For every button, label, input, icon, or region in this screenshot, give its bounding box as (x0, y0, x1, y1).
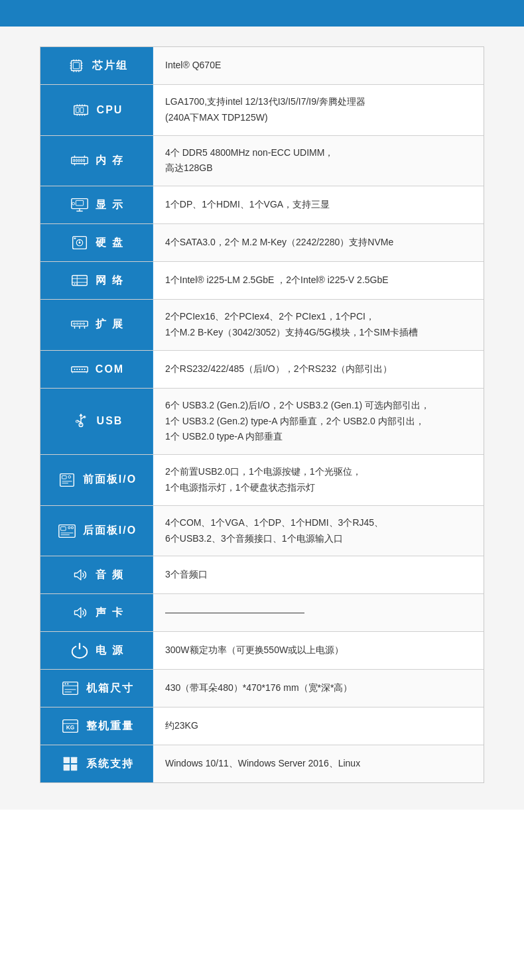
spec-value-front-io: 2个前置USB2.0口，1个电源按键，1个光驱位， 1个电源指示灯，1个硬盘状态… (153, 455, 484, 505)
svg-rect-81 (60, 526, 66, 530)
spec-value-os: Windows 10/11、Windows Server 2016、Linux (153, 745, 484, 782)
spec-label-text-rear-io: 后面板I/O (83, 524, 137, 538)
spec-label-os: 系统支持 (40, 745, 153, 782)
svg-rect-15 (76, 107, 79, 113)
spec-value-storage: 4个SATA3.0，2个 M.2 M-Key（2242/2280）支持NVMe (153, 224, 484, 261)
spec-row-expansion: 扩 展2个PCIex16、2个PCIex4、2个 PCIex1，1个PCI， 1… (40, 300, 484, 351)
spec-label-text-os: 系统支持 (86, 757, 134, 771)
svg-point-60 (74, 369, 75, 370)
chassis-icon (60, 678, 81, 699)
spec-row-cpu: CPULGA1700,支持intel 12/13代I3/I5/I7/I9/奔腾处… (40, 85, 484, 136)
spec-label-text-chassis: 机箱尺寸 (86, 682, 134, 696)
svg-point-77 (68, 475, 71, 478)
display-icon (69, 194, 90, 215)
svg-rect-30 (84, 160, 85, 162)
spec-value-com: 2个RS232/422/485（后I/O），2个RS232（内部引出） (153, 351, 484, 388)
svg-point-49 (74, 283, 76, 284)
spec-label-chipset: 芯片组 (40, 47, 153, 84)
spec-row-weight: KG 整机重量约23KG (40, 707, 484, 745)
spec-label-text-weight: 整机重量 (86, 719, 134, 733)
svg-rect-96 (63, 757, 69, 763)
spec-row-com: COM2个RS232/422/485（后I/O），2个RS232（内部引出） (40, 351, 484, 389)
spec-label-network: 网 络 (40, 262, 153, 299)
svg-text:KG: KG (66, 724, 74, 731)
spec-label-text-com: COM (96, 363, 124, 375)
svg-rect-55 (83, 323, 85, 324)
svg-rect-1 (73, 62, 79, 68)
spec-label-weight: KG 整机重量 (40, 707, 153, 745)
spec-row-network: 网 络1个Intel® i225-LM 2.5GbE ，2个Intel® i22… (40, 262, 484, 300)
spec-label-storage: 硬 盘 (40, 224, 153, 261)
svg-point-42 (79, 242, 81, 244)
spec-row-os: 系统支持Windows 10/11、Windows Server 2016、Li… (40, 745, 484, 782)
spec-row-memory: 内 存4个 DDR5 4800MHz non-ECC UDIMM， 高达128G… (40, 136, 484, 187)
spec-label-display: 显 示 (40, 186, 153, 223)
spec-value-soundcard: ——————————————— (153, 594, 484, 631)
spec-row-soundcard: 声 卡——————————————— (40, 594, 484, 632)
spec-value-usb: 6个 USB3.2 (Gen.2)后I/O，2个 USB3.2 (Gen.1) … (153, 389, 484, 454)
svg-rect-98 (63, 765, 69, 770)
svg-point-89 (64, 684, 66, 685)
spec-label-soundcard: 声 卡 (40, 594, 153, 631)
front-io-icon (56, 469, 78, 491)
spec-value-expansion: 2个PCIex16、2个PCIex4、2个 PCIex1，1个PCI， 1个M.… (153, 300, 484, 350)
svg-rect-44 (74, 238, 76, 239)
svg-rect-53 (77, 323, 79, 324)
spec-value-weight: 约23KG (153, 707, 484, 745)
spec-label-chassis: 机箱尺寸 (40, 670, 153, 707)
svg-rect-16 (80, 107, 84, 113)
spec-label-text-storage: 硬 盘 (96, 236, 123, 250)
spec-label-text-network: 网 络 (96, 274, 123, 288)
soundcard-icon (69, 602, 90, 623)
svg-point-63 (81, 369, 82, 370)
spec-label-text-expansion: 扩 展 (96, 318, 123, 332)
spec-label-text-display: 显 示 (96, 198, 123, 212)
spec-label-text-front-io: 前面板I/O (83, 473, 137, 487)
rear-io-icon (56, 521, 78, 542)
spec-label-text-memory: 内 存 (96, 154, 123, 168)
specs-container: 芯片组Intel® Q670E CPULGA1700,支持intel 12/13… (0, 46, 524, 783)
spec-row-rear-io: 后面板I/O4个COM、1个VGA、1个DP、1个HDMI、3个RJ45、 6个… (40, 506, 484, 557)
spec-label-text-cpu: CPU (97, 104, 123, 116)
svg-point-64 (84, 369, 85, 370)
audio-icon (69, 564, 90, 585)
spec-row-audio: 音 频3个音频口 (40, 556, 484, 594)
svg-rect-99 (70, 765, 76, 770)
spec-label-audio: 音 频 (40, 556, 153, 593)
spec-value-chipset: Intel® Q670E (153, 47, 484, 84)
spec-row-chipset: 芯片组Intel® Q670E (40, 47, 484, 85)
svg-rect-35 (72, 199, 88, 209)
bottom-spacer (0, 783, 524, 810)
svg-rect-39 (76, 201, 84, 206)
spec-label-front-io: 前面板I/O (40, 455, 153, 505)
power-icon (69, 640, 90, 661)
spec-row-usb: USB6个 USB3.2 (Gen.2)后I/O，2个 USB3.2 (Gen.… (40, 389, 484, 455)
spec-label-expansion: 扩 展 (40, 300, 153, 350)
spec-row-power: 电 源300W额定功率（可更换550W或以上电源） (40, 632, 484, 670)
svg-rect-54 (80, 323, 82, 324)
spec-row-chassis: 机箱尺寸430（带耳朵480）*470*176 mm（宽*深*高） (40, 670, 484, 707)
spec-label-text-soundcard: 声 卡 (96, 606, 123, 620)
svg-point-62 (79, 369, 80, 370)
spec-value-display: 1个DP、1个HDMI、1个VGA，支持三显 (153, 186, 484, 223)
svg-rect-27 (76, 160, 78, 162)
spec-label-memory: 内 存 (40, 136, 153, 186)
svg-rect-97 (70, 757, 76, 763)
spec-value-power: 300W额定功率（可更换550W或以上电源） (153, 632, 484, 669)
svg-rect-29 (81, 160, 82, 162)
spec-label-usb: USB (40, 389, 153, 454)
spec-value-chassis: 430（带耳朵480）*470*176 mm（宽*深*高） (153, 670, 484, 707)
svg-rect-83 (71, 526, 73, 528)
svg-point-50 (77, 283, 78, 284)
top-spacer (0, 27, 524, 46)
svg-rect-0 (71, 61, 81, 71)
svg-rect-26 (74, 160, 75, 162)
usb-icon (70, 410, 92, 432)
svg-point-36 (72, 202, 75, 205)
spec-row-display: 显 示1个DP、1个HDMI、1个VGA，支持三显 (40, 186, 484, 224)
svg-point-90 (67, 684, 68, 685)
spec-value-cpu: LGA1700,支持intel 12/13代I3/I5/I7/I9/奔腾处理器 … (153, 85, 484, 135)
spec-label-com: COM (40, 351, 153, 388)
spec-label-text-usb: USB (97, 415, 123, 427)
weight-icon: KG (60, 715, 81, 737)
